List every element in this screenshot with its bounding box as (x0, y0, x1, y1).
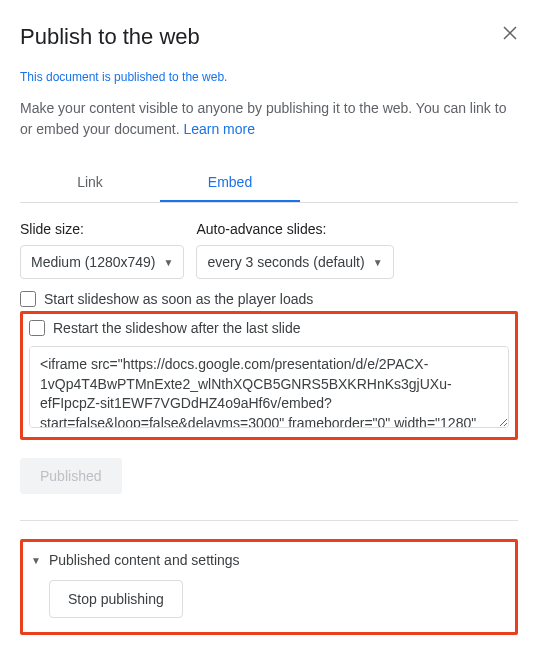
divider (20, 520, 518, 521)
slide-size-label: Slide size: (20, 221, 184, 237)
checkbox-start-slideshow[interactable]: Start slideshow as soon as the player lo… (20, 291, 518, 307)
stop-publishing-button[interactable]: Stop publishing (49, 580, 183, 618)
auto-advance-value: every 3 seconds (default) (207, 254, 364, 270)
checkbox-start-label: Start slideshow as soon as the player lo… (44, 291, 313, 307)
description-body: Make your content visible to anyone by p… (20, 100, 506, 137)
chevron-down-icon: ▼ (31, 555, 41, 566)
tab-link[interactable]: Link (20, 164, 160, 202)
embed-code-textarea[interactable] (29, 346, 509, 428)
slide-size-dropdown[interactable]: Medium (1280x749) ▼ (20, 245, 184, 279)
checkbox-restart-slideshow[interactable]: Restart the slideshow after the last sli… (29, 320, 509, 336)
learn-more-link[interactable]: Learn more (183, 121, 255, 137)
auto-advance-label: Auto-advance slides: (196, 221, 393, 237)
published-button: Published (20, 458, 122, 494)
checkbox-restart-input[interactable] (29, 320, 45, 336)
published-status-link[interactable]: This document is published to the web. (20, 70, 518, 84)
chevron-down-icon: ▼ (164, 257, 174, 268)
checkbox-start-input[interactable] (20, 291, 36, 307)
auto-advance-dropdown[interactable]: every 3 seconds (default) ▼ (196, 245, 393, 279)
close-button[interactable] (502, 24, 518, 44)
chevron-down-icon: ▼ (373, 257, 383, 268)
published-content-expander[interactable]: ▼ Published content and settings (31, 552, 507, 568)
slide-size-value: Medium (1280x749) (31, 254, 156, 270)
expander-label: Published content and settings (49, 552, 240, 568)
description-text: Make your content visible to anyone by p… (20, 98, 518, 140)
highlight-embed-box: Restart the slideshow after the last sli… (20, 311, 518, 440)
tab-embed[interactable]: Embed (160, 164, 300, 202)
highlight-settings-box: ▼ Published content and settings Stop pu… (20, 539, 518, 635)
checkbox-restart-label: Restart the slideshow after the last sli… (53, 320, 300, 336)
tabs: Link Embed (20, 164, 518, 203)
dialog-title: Publish to the web (20, 24, 200, 50)
close-icon (502, 25, 518, 41)
